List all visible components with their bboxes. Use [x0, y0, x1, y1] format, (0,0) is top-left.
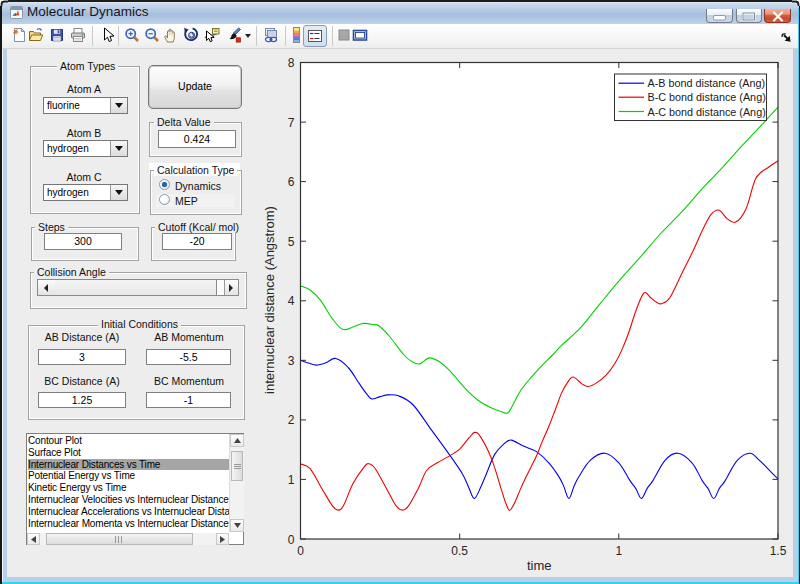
svg-text:6: 6 [288, 175, 295, 189]
svg-text:0.5: 0.5 [451, 544, 468, 558]
svg-text:7: 7 [288, 116, 295, 130]
svg-text:1.5: 1.5 [770, 544, 787, 558]
svg-text:B-C bond distance (Ang): B-C bond distance (Ang) [648, 91, 766, 103]
svg-text:A-C bond distance (Ang): A-C bond distance (Ang) [648, 106, 766, 118]
svg-text:0: 0 [297, 544, 304, 558]
svg-text:A-B bond distance (Ang): A-B bond distance (Ang) [648, 77, 766, 89]
svg-text:1: 1 [288, 473, 295, 487]
svg-text:time: time [527, 558, 552, 573]
svg-text:1: 1 [615, 544, 622, 558]
svg-text:8: 8 [288, 56, 295, 70]
svg-text:internuclear distance (Angstro: internuclear distance (Angstrom) [262, 206, 277, 394]
svg-text:2: 2 [288, 413, 295, 427]
svg-text:0: 0 [288, 533, 295, 547]
svg-text:3: 3 [288, 354, 295, 368]
svg-text:5: 5 [288, 235, 295, 249]
svg-text:4: 4 [288, 294, 295, 308]
